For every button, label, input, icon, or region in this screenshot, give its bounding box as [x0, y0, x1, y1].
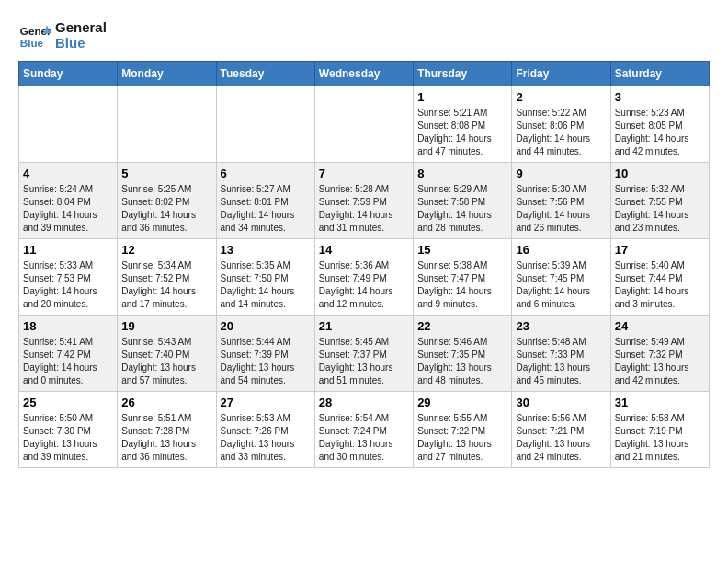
day-info: Sunrise: 5:33 AM Sunset: 7:53 PM Dayligh…: [23, 259, 113, 311]
day-number: 6: [221, 167, 311, 180]
calendar-cell: 31Sunrise: 5:58 AM Sunset: 7:19 PM Dayli…: [610, 392, 709, 468]
day-number: 10: [615, 167, 705, 180]
day-info: Sunrise: 5:58 AM Sunset: 7:19 PM Dayligh…: [615, 412, 705, 464]
calendar-cell: 11Sunrise: 5:33 AM Sunset: 7:53 PM Dayli…: [19, 239, 118, 316]
day-info: Sunrise: 5:35 AM Sunset: 7:50 PM Dayligh…: [221, 259, 311, 311]
day-info: Sunrise: 5:51 AM Sunset: 7:28 PM Dayligh…: [121, 412, 211, 464]
day-info: Sunrise: 5:32 AM Sunset: 7:55 PM Dayligh…: [615, 183, 705, 235]
calendar-cell: 23Sunrise: 5:48 AM Sunset: 7:33 PM Dayli…: [512, 316, 610, 392]
day-number: 8: [417, 167, 507, 180]
day-info: Sunrise: 5:53 AM Sunset: 7:26 PM Dayligh…: [221, 412, 311, 464]
day-number: 19: [121, 319, 211, 333]
day-number: 14: [319, 243, 409, 257]
week-row-2: 4Sunrise: 5:24 AM Sunset: 8:04 PM Daylig…: [19, 163, 710, 239]
page-header: General Blue General Blue: [18, 18, 710, 52]
day-number: 31: [615, 396, 705, 409]
calendar-cell: [19, 86, 118, 163]
logo-blue: Blue: [55, 35, 107, 51]
calendar-cell: [118, 86, 216, 163]
day-info: Sunrise: 5:50 AM Sunset: 7:30 PM Dayligh…: [23, 412, 113, 464]
calendar-cell: 27Sunrise: 5:53 AM Sunset: 7:26 PM Dayli…: [216, 392, 314, 468]
weekday-header-saturday: Saturday: [610, 62, 709, 86]
calendar-cell: 13Sunrise: 5:35 AM Sunset: 7:50 PM Dayli…: [216, 239, 314, 316]
week-row-4: 18Sunrise: 5:41 AM Sunset: 7:42 PM Dayli…: [19, 316, 710, 392]
day-number: 16: [516, 243, 606, 257]
calendar-cell: [216, 86, 314, 163]
day-number: 24: [615, 319, 705, 333]
day-info: Sunrise: 5:56 AM Sunset: 7:21 PM Dayligh…: [516, 412, 606, 464]
weekday-header-tuesday: Tuesday: [216, 62, 314, 86]
calendar-cell: 17Sunrise: 5:40 AM Sunset: 7:44 PM Dayli…: [610, 239, 709, 316]
weekday-header-wednesday: Wednesday: [314, 62, 413, 86]
day-number: 7: [319, 167, 409, 180]
day-info: Sunrise: 5:38 AM Sunset: 7:47 PM Dayligh…: [417, 259, 507, 311]
day-number: 28: [319, 396, 409, 409]
calendar-cell: 8Sunrise: 5:29 AM Sunset: 7:58 PM Daylig…: [414, 163, 512, 239]
day-info: Sunrise: 5:45 AM Sunset: 7:37 PM Dayligh…: [319, 336, 409, 387]
day-info: Sunrise: 5:49 AM Sunset: 7:32 PM Dayligh…: [615, 336, 705, 387]
calendar-cell: 7Sunrise: 5:28 AM Sunset: 7:59 PM Daylig…: [314, 163, 413, 239]
day-info: Sunrise: 5:40 AM Sunset: 7:44 PM Dayligh…: [615, 259, 705, 311]
weekday-header-row: SundayMondayTuesdayWednesdayThursdayFrid…: [19, 62, 710, 86]
svg-text:Blue: Blue: [20, 37, 44, 49]
logo: General Blue General Blue: [18, 18, 107, 52]
day-number: 23: [516, 319, 606, 333]
calendar-cell: 26Sunrise: 5:51 AM Sunset: 7:28 PM Dayli…: [118, 392, 216, 468]
day-number: 11: [23, 243, 113, 257]
calendar-cell: 30Sunrise: 5:56 AM Sunset: 7:21 PM Dayli…: [512, 392, 610, 468]
calendar-cell: 24Sunrise: 5:49 AM Sunset: 7:32 PM Dayli…: [610, 316, 709, 392]
calendar-cell: 18Sunrise: 5:41 AM Sunset: 7:42 PM Dayli…: [19, 316, 118, 392]
day-number: 20: [221, 319, 311, 333]
day-info: Sunrise: 5:24 AM Sunset: 8:04 PM Dayligh…: [23, 183, 113, 235]
day-number: 25: [23, 396, 113, 409]
day-number: 9: [516, 167, 606, 180]
weekday-header-thursday: Thursday: [414, 62, 512, 86]
week-row-5: 25Sunrise: 5:50 AM Sunset: 7:30 PM Dayli…: [19, 392, 710, 468]
calendar-cell: 2Sunrise: 5:22 AM Sunset: 8:06 PM Daylig…: [512, 86, 610, 163]
day-number: 13: [221, 243, 311, 257]
calendar-cell: 4Sunrise: 5:24 AM Sunset: 8:04 PM Daylig…: [19, 163, 118, 239]
calendar-cell: 9Sunrise: 5:30 AM Sunset: 7:56 PM Daylig…: [512, 163, 610, 239]
calendar-cell: 5Sunrise: 5:25 AM Sunset: 8:02 PM Daylig…: [118, 163, 216, 239]
calendar-cell: [314, 86, 413, 163]
day-info: Sunrise: 5:21 AM Sunset: 8:08 PM Dayligh…: [417, 107, 507, 158]
calendar-cell: 14Sunrise: 5:36 AM Sunset: 7:49 PM Dayli…: [314, 239, 413, 316]
calendar-cell: 21Sunrise: 5:45 AM Sunset: 7:37 PM Dayli…: [314, 316, 413, 392]
day-info: Sunrise: 5:22 AM Sunset: 8:06 PM Dayligh…: [516, 107, 606, 158]
day-number: 5: [121, 167, 211, 180]
calendar-cell: 28Sunrise: 5:54 AM Sunset: 7:24 PM Dayli…: [314, 392, 413, 468]
day-info: Sunrise: 5:36 AM Sunset: 7:49 PM Dayligh…: [319, 259, 409, 311]
calendar-cell: 15Sunrise: 5:38 AM Sunset: 7:47 PM Dayli…: [414, 239, 512, 316]
weekday-header-friday: Friday: [512, 62, 610, 86]
calendar-cell: 12Sunrise: 5:34 AM Sunset: 7:52 PM Dayli…: [118, 239, 216, 316]
day-info: Sunrise: 5:27 AM Sunset: 8:01 PM Dayligh…: [221, 183, 311, 235]
day-info: Sunrise: 5:29 AM Sunset: 7:58 PM Dayligh…: [417, 183, 507, 235]
calendar-table: SundayMondayTuesdayWednesdayThursdayFrid…: [18, 61, 710, 468]
day-info: Sunrise: 5:34 AM Sunset: 7:52 PM Dayligh…: [121, 259, 211, 311]
day-info: Sunrise: 5:23 AM Sunset: 8:05 PM Dayligh…: [615, 107, 705, 158]
day-number: 27: [221, 396, 311, 409]
week-row-1: 1Sunrise: 5:21 AM Sunset: 8:08 PM Daylig…: [19, 86, 710, 163]
day-number: 4: [23, 167, 113, 180]
calendar-cell: 19Sunrise: 5:43 AM Sunset: 7:40 PM Dayli…: [118, 316, 216, 392]
calendar-cell: 25Sunrise: 5:50 AM Sunset: 7:30 PM Dayli…: [19, 392, 118, 468]
day-number: 26: [121, 396, 211, 409]
calendar-cell: 29Sunrise: 5:55 AM Sunset: 7:22 PM Dayli…: [414, 392, 512, 468]
day-info: Sunrise: 5:41 AM Sunset: 7:42 PM Dayligh…: [23, 336, 113, 387]
calendar-cell: 20Sunrise: 5:44 AM Sunset: 7:39 PM Dayli…: [216, 316, 314, 392]
day-info: Sunrise: 5:30 AM Sunset: 7:56 PM Dayligh…: [516, 183, 606, 235]
day-info: Sunrise: 5:43 AM Sunset: 7:40 PM Dayligh…: [121, 336, 211, 387]
weekday-header-sunday: Sunday: [19, 62, 118, 86]
day-info: Sunrise: 5:28 AM Sunset: 7:59 PM Dayligh…: [319, 183, 409, 235]
calendar-cell: 1Sunrise: 5:21 AM Sunset: 8:08 PM Daylig…: [414, 86, 512, 163]
calendar-cell: 22Sunrise: 5:46 AM Sunset: 7:35 PM Dayli…: [414, 316, 512, 392]
day-number: 15: [417, 243, 507, 257]
day-number: 12: [121, 243, 211, 257]
day-number: 22: [417, 319, 507, 333]
calendar-cell: 3Sunrise: 5:23 AM Sunset: 8:05 PM Daylig…: [610, 86, 709, 163]
day-info: Sunrise: 5:54 AM Sunset: 7:24 PM Dayligh…: [319, 412, 409, 464]
day-number: 3: [615, 90, 705, 104]
calendar-cell: 16Sunrise: 5:39 AM Sunset: 7:45 PM Dayli…: [512, 239, 610, 316]
calendar-cell: 10Sunrise: 5:32 AM Sunset: 7:55 PM Dayli…: [610, 163, 709, 239]
day-number: 30: [516, 396, 606, 409]
